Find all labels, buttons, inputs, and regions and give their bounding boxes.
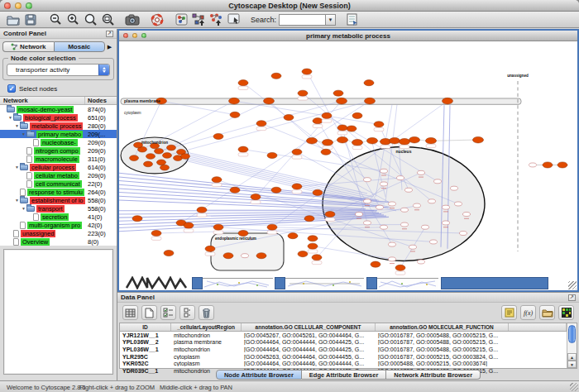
network-node[interactable] — [414, 203, 421, 208]
network-node[interactable] — [364, 80, 374, 86]
help-icon[interactable] — [148, 12, 165, 27]
combobox-stepper-icon[interactable] — [98, 65, 109, 75]
network-node[interactable] — [213, 133, 223, 139]
tree-row-cellular-process[interactable]: ▼cellular process614(0) — [0, 163, 117, 171]
tree-row-transport[interactable]: ▼transport558(0) — [0, 204, 117, 213]
network-node[interactable] — [418, 170, 425, 174]
save-session-icon[interactable] — [22, 12, 39, 27]
select-attributes-icon[interactable] — [122, 305, 138, 320]
network-node[interactable] — [251, 194, 261, 200]
tree-expander-icon[interactable]: ▼ — [14, 165, 20, 170]
network-node[interactable] — [312, 255, 322, 261]
main-titlebar[interactable]: Cytoscape Desktop (New Session) — [0, 0, 579, 12]
close-button[interactable] — [4, 2, 11, 9]
tree-expander-icon[interactable]: ▼ — [21, 206, 26, 211]
network-node[interactable] — [205, 246, 215, 251]
zoom-button[interactable] — [26, 2, 32, 9]
network-node[interactable] — [304, 216, 314, 222]
network-node[interactable] — [426, 137, 437, 144]
tree-row-cellular-metabo[interactable]: cellular metabo209(0) — [0, 171, 117, 179]
network-node[interactable] — [401, 222, 409, 227]
tree-row-primary-metabo[interactable]: ▼primary metabo209(... — [0, 130, 117, 138]
network-node[interactable] — [380, 182, 388, 186]
network-node[interactable] — [443, 221, 450, 225]
network-node[interactable] — [356, 213, 363, 217]
network-frame-titlebar[interactable]: primary metabolic process — [119, 31, 577, 41]
network-node[interactable] — [443, 98, 453, 104]
tree-expander-icon[interactable]: ▼ — [21, 131, 26, 136]
tree-row-mosaic-demo-yeast[interactable]: mosaic-demo-yeast874(0) — [0, 105, 117, 113]
attribute-checklist-icon[interactable] — [160, 305, 176, 320]
delete-attribute-icon[interactable] — [199, 305, 214, 320]
network-node[interactable] — [308, 243, 318, 249]
zoom-fit-icon[interactable] — [98, 12, 116, 27]
tree-column-nodes[interactable]: Nodes — [85, 97, 117, 104]
network-node[interactable] — [323, 140, 333, 146]
column-header-region[interactable]: _cellularLayoutRegion — [171, 323, 242, 331]
network-node[interactable] — [271, 187, 281, 193]
network-node[interactable] — [409, 136, 420, 143]
network-node[interactable] — [288, 233, 298, 239]
minimize-button[interactable] — [15, 2, 22, 9]
network-view-frame[interactable]: primary metabolic process plasma membran… — [117, 29, 579, 292]
tree-row-overview[interactable]: Overview8(0) — [0, 237, 117, 246]
network-node[interactable] — [163, 153, 172, 159]
table-row-ylr295c[interactable]: YLR295Ccytoplasm[GO:0045263, GO:0044464,… — [120, 353, 567, 361]
tree-row-establishment-of-lo[interactable]: ▼establishment of lo558(0) — [0, 196, 117, 204]
network-node[interactable] — [333, 90, 343, 96]
attribute-list-icon[interactable] — [179, 305, 195, 320]
tree-row-unassigned[interactable]: unassigned223(0) — [0, 229, 117, 237]
search-input[interactable] — [279, 14, 325, 26]
network-node[interactable] — [376, 205, 384, 209]
notes-icon[interactable] — [501, 305, 517, 320]
table-row-ykr052c[interactable]: YKR052Ccytoplasm[GO:0044464, GO:0044446,… — [120, 360, 567, 367]
search-config-icon[interactable] — [343, 12, 361, 27]
network-node[interactable] — [409, 245, 417, 249]
network-node[interactable] — [557, 162, 567, 168]
tree-column-network[interactable]: Network — [0, 97, 85, 104]
network-node[interactable] — [434, 179, 442, 184]
network-node[interactable] — [451, 186, 458, 190]
float-panel-icon[interactable] — [568, 294, 576, 301]
network-node[interactable] — [298, 90, 308, 96]
background-frame-thumbnail[interactable] — [377, 278, 438, 289]
network-node[interactable] — [267, 224, 277, 230]
tree-row-secretion[interactable]: secretion41(0) — [0, 213, 117, 221]
tree-row-nitrogen-compo[interactable]: nitrogen compo209(0) — [0, 146, 117, 155]
network-node[interactable] — [529, 163, 537, 167]
frame-close-button[interactable] — [123, 33, 128, 38]
network-node[interactable] — [223, 253, 233, 259]
zoom-in-icon[interactable] — [64, 12, 81, 27]
frame-minimize-button[interactable] — [132, 33, 137, 38]
network-node[interactable] — [428, 199, 436, 203]
tab-network[interactable]: Network — [2, 41, 54, 52]
tree-row-metabolic-process[interactable]: ▼metabolic process280(0) — [0, 122, 117, 130]
region-plasma-membrane[interactable] — [121, 98, 521, 104]
network-node[interactable] — [213, 224, 223, 230]
network-node[interactable] — [397, 176, 404, 180]
network-node[interactable] — [157, 160, 166, 165]
network-node[interactable] — [264, 98, 275, 104]
network-node[interactable] — [321, 149, 331, 155]
network-node[interactable] — [167, 145, 176, 151]
tab-node-attribute-browser[interactable]: Node Attribute Browser — [216, 370, 302, 380]
network-node[interactable] — [443, 205, 450, 209]
network-edge[interactable] — [333, 140, 337, 142]
network-node[interactable] — [325, 211, 335, 217]
network-edge[interactable] — [419, 140, 426, 141]
network-node[interactable] — [460, 232, 467, 236]
network-node[interactable] — [132, 216, 142, 222]
network-node[interactable] — [352, 112, 362, 118]
table-scrollbar[interactable]: ▲ ▼ — [567, 323, 577, 368]
network-node[interactable] — [364, 178, 371, 182]
network-node[interactable] — [284, 114, 294, 120]
network-node[interactable] — [302, 69, 312, 74]
column-header-id[interactable]: ID — [120, 323, 171, 331]
network-node[interactable] — [367, 137, 378, 144]
network-node[interactable] — [229, 98, 240, 104]
frame-resize-grip[interactable] — [568, 281, 577, 289]
network-node[interactable] — [455, 202, 462, 206]
background-frame-thumbnail[interactable] — [285, 278, 364, 289]
tree-row-multi-organism-pro[interactable]: multi-organism pro42(0) — [0, 221, 117, 229]
network-node[interactable] — [380, 169, 388, 173]
